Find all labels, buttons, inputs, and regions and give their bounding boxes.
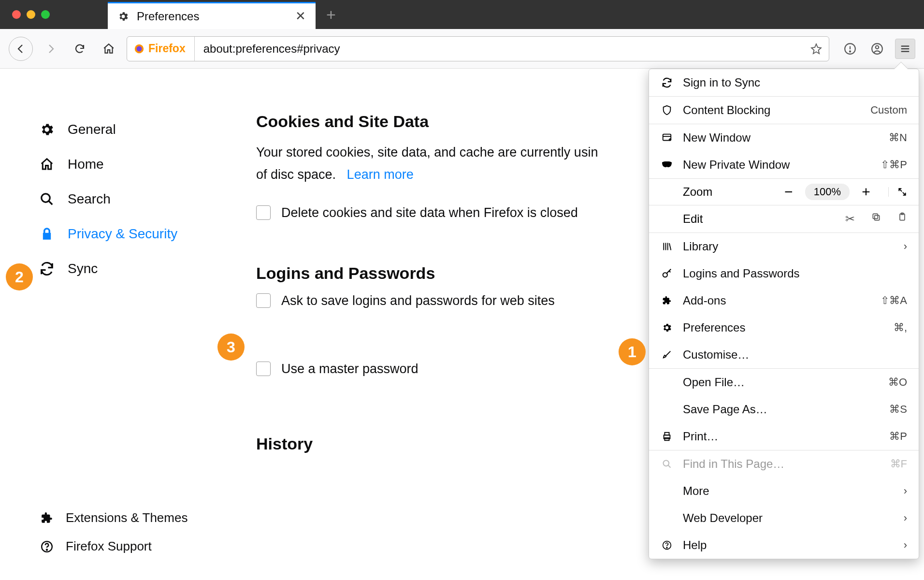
navigation-toolbar: Firefox	[0, 29, 924, 69]
svg-point-4	[850, 51, 851, 52]
sidebar-item-home[interactable]: Home	[39, 147, 256, 182]
identity-box[interactable]: Firefox	[134, 37, 195, 61]
zoom-out-button[interactable]: −	[781, 184, 796, 200]
chevron-right-icon: ›	[904, 539, 907, 551]
home-button[interactable]	[98, 38, 120, 60]
hamburger-menu-panel: Sign in to Sync Content Blocking Custom …	[649, 69, 919, 559]
sidebar-label: Search	[68, 191, 111, 207]
menu-edit-row: Edit ✂	[649, 205, 919, 232]
svg-line-31	[668, 465, 671, 468]
browser-tab[interactable]: Preferences ✕	[108, 2, 316, 29]
menu-web-developer[interactable]: Web Developer ›	[649, 505, 919, 532]
checkbox-label: Delete cookies and site data when Firefo…	[281, 205, 578, 220]
mask-icon	[661, 161, 673, 168]
sidebar-item-search[interactable]: Search	[39, 182, 256, 217]
checkbox[interactable]	[256, 205, 271, 220]
svg-line-25	[669, 243, 671, 250]
sidebar-label: Firefox Support	[66, 539, 152, 554]
sidebar-item-sync[interactable]: Sync	[39, 251, 256, 286]
help-icon	[39, 540, 55, 553]
library-icon	[661, 242, 673, 251]
cut-icon[interactable]: ✂	[845, 212, 855, 226]
shield-icon	[661, 105, 673, 116]
chevron-right-icon: ›	[904, 512, 907, 524]
menu-find-in-page: Find in This Page… ⌘F	[649, 450, 919, 478]
menu-new-private-window[interactable]: New Private Window ⇧⌘P	[649, 151, 919, 178]
url-bar[interactable]: Firefox	[127, 36, 829, 61]
menu-addons[interactable]: Add-ons ⇧⌘A	[649, 287, 919, 314]
maximize-window-button[interactable]	[41, 10, 50, 19]
minimize-window-button[interactable]	[27, 10, 35, 19]
sidebar-item-general[interactable]: General	[39, 112, 256, 147]
svg-point-6	[876, 45, 879, 49]
gear-icon	[661, 322, 673, 333]
menu-label: Web Developer	[683, 511, 763, 525]
menu-label: Help	[683, 538, 707, 552]
menu-logins-passwords[interactable]: Logins and Passwords	[649, 260, 919, 287]
menu-save-page[interactable]: Save Page As… ⌘S	[649, 396, 919, 423]
menu-open-file[interactable]: Open File… ⌘O	[649, 369, 919, 396]
brush-icon	[661, 349, 673, 360]
close-tab-button[interactable]: ✕	[295, 9, 306, 24]
address-input[interactable]	[195, 42, 810, 56]
annotation-badge-3: 3	[217, 334, 245, 361]
bookmark-star-icon[interactable]	[810, 43, 822, 55]
menu-label: Save Page As…	[683, 403, 767, 416]
menu-preferences[interactable]: Preferences ⌘,	[649, 314, 919, 341]
menu-library[interactable]: Library ›	[649, 233, 919, 260]
menu-sign-in-sync[interactable]: Sign in to Sync	[649, 69, 919, 96]
menu-more[interactable]: More ›	[649, 478, 919, 505]
menu-shortcut: ⌘F	[890, 458, 907, 470]
svg-point-33	[666, 547, 667, 548]
sidebar-item-privacy[interactable]: Privacy & Security	[39, 217, 256, 251]
tab-title: Preferences	[137, 10, 199, 23]
svg-rect-28	[664, 433, 669, 435]
back-button[interactable]	[9, 37, 33, 61]
menu-value: Custom	[870, 104, 907, 116]
zoom-in-button[interactable]: +	[858, 184, 874, 200]
reload-button[interactable]	[69, 38, 91, 60]
fullscreen-icon[interactable]	[888, 187, 907, 197]
account-icon[interactable]	[868, 40, 886, 58]
menu-label: Sign in to Sync	[683, 76, 760, 89]
close-window-button[interactable]	[12, 10, 21, 19]
menu-shortcut: ⌘N	[889, 131, 907, 144]
firefox-logo-icon	[134, 44, 144, 54]
svg-rect-19	[873, 214, 878, 218]
sidebar-item-extensions[interactable]: Extensions & Themes	[39, 504, 188, 532]
checkbox-label: Ask to save logins and passwords for web…	[281, 293, 555, 308]
puzzle-icon	[39, 512, 55, 524]
sidebar-label: Sync	[68, 261, 98, 276]
menu-label: New Window	[683, 131, 751, 145]
menu-label: Open File…	[683, 376, 745, 389]
new-tab-button[interactable]: +	[326, 6, 336, 23]
checkbox[interactable]	[256, 362, 271, 376]
paste-icon[interactable]	[897, 212, 907, 226]
menu-label: Add-ons	[683, 294, 726, 307]
forward-button	[40, 38, 62, 60]
menu-zoom-row: Zoom − 100% +	[649, 179, 919, 205]
lock-icon	[39, 227, 55, 241]
learn-more-link[interactable]: Learn more	[347, 167, 414, 182]
menu-label: New Private Window	[683, 158, 790, 172]
svg-point-1	[137, 46, 142, 51]
chevron-right-icon: ›	[904, 240, 907, 253]
menu-label: Content Blocking	[683, 103, 770, 117]
checkbox[interactable]	[256, 293, 271, 308]
sidebar-item-support[interactable]: Firefox Support	[39, 532, 188, 561]
copy-icon[interactable]	[871, 212, 881, 226]
menu-shortcut: ⇧⌘P	[881, 159, 907, 171]
menu-new-window[interactable]: New Window ⌘N	[649, 124, 919, 151]
zoom-percentage[interactable]: 100%	[805, 184, 850, 200]
sync-icon	[39, 261, 55, 276]
reader-mode-icon[interactable]	[841, 40, 859, 58]
key-icon	[661, 268, 673, 279]
svg-point-13	[46, 549, 47, 550]
menu-content-blocking[interactable]: Content Blocking Custom	[649, 97, 919, 124]
menu-customise[interactable]: Customise…	[649, 341, 919, 368]
menu-help[interactable]: Help ›	[649, 532, 919, 559]
hamburger-menu-button[interactable]	[895, 39, 915, 59]
svg-rect-18	[875, 216, 880, 220]
window-icon	[661, 132, 673, 143]
menu-print[interactable]: Print… ⌘P	[649, 423, 919, 450]
